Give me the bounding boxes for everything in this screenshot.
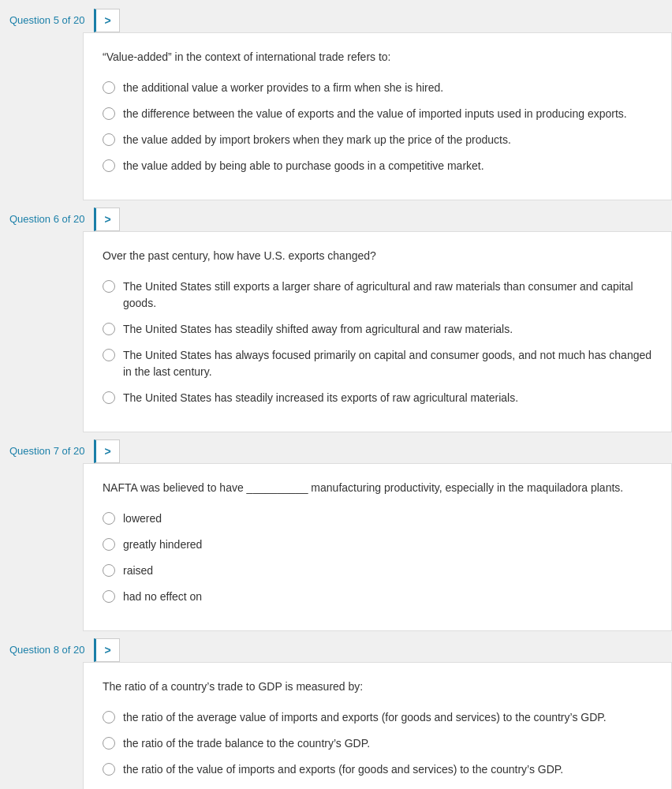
option-item-q6-1[interactable]: The United States has steadily shifted a… xyxy=(103,321,652,338)
question-text-q8: The ratio of a country’s trade to GDP is… xyxy=(103,679,652,695)
options-list-q7: loweredgreatly hinderedraisedhad no effe… xyxy=(103,510,652,605)
radio-icon-q5-2[interactable] xyxy=(103,133,115,146)
option-item-q7-2[interactable]: raised xyxy=(103,563,652,579)
radio-icon-q7-0[interactable] xyxy=(103,512,115,525)
question-content-q8: The ratio of a country’s trade to GDP is… xyxy=(83,662,672,789)
radio-icon-q6-3[interactable] xyxy=(103,391,115,404)
options-list-q5: the additional value a worker provides t… xyxy=(103,80,652,174)
options-list-q8: the ratio of the average value of import… xyxy=(103,709,652,789)
question-block-q6: Question 6 of 20>Over the past century, … xyxy=(0,207,672,432)
question-header-q5: Question 5 of 20> xyxy=(0,8,672,32)
question-expand-btn-q5[interactable]: > xyxy=(94,9,119,32)
option-text-q5-2: the value added by import brokers when t… xyxy=(123,132,511,148)
option-item-q8-2[interactable]: the ratio of the value of imports and ex… xyxy=(103,761,652,778)
option-text-q8-1: the ratio of the trade balance to the co… xyxy=(123,735,370,752)
question-text-q6: Over the past century, how have U.S. exp… xyxy=(103,248,652,264)
option-item-q5-1[interactable]: the difference between the value of expo… xyxy=(103,106,652,122)
quiz-page: Question 5 of 20>“Value-added” in the co… xyxy=(0,0,672,789)
question-text-q7: NAFTA was believed to have __________ ma… xyxy=(103,480,652,496)
option-item-q7-1[interactable]: greatly hindered xyxy=(103,537,652,553)
question-expand-btn-q7[interactable]: > xyxy=(94,439,119,463)
question-label-q6: Question 6 of 20 xyxy=(0,207,94,231)
option-text-q6-1: The United States has steadily shifted a… xyxy=(123,321,513,338)
radio-icon-q8-0[interactable] xyxy=(103,711,115,724)
option-item-q6-3[interactable]: The United States has steadily increased… xyxy=(103,390,652,406)
radio-icon-q8-1[interactable] xyxy=(103,737,115,750)
option-text-q5-0: the additional value a worker provides t… xyxy=(123,80,443,96)
option-item-q5-0[interactable]: the additional value a worker provides t… xyxy=(103,80,652,96)
option-text-q6-3: The United States has steadily increased… xyxy=(123,390,518,406)
question-label-q5: Question 5 of 20 xyxy=(0,8,94,32)
question-block-q5: Question 5 of 20>“Value-added” in the co… xyxy=(0,8,672,200)
radio-icon-q5-0[interactable] xyxy=(103,81,115,94)
radio-icon-q5-1[interactable] xyxy=(103,107,115,120)
radio-icon-q6-2[interactable] xyxy=(103,349,115,361)
question-block-q7: Question 7 of 20>NAFTA was believed to h… xyxy=(0,439,672,631)
option-item-q7-3[interactable]: had no effect on xyxy=(103,589,652,605)
question-content-q6: Over the past century, how have U.S. exp… xyxy=(83,231,672,432)
question-label-q8: Question 8 of 20 xyxy=(0,638,94,662)
option-item-q8-1[interactable]: the ratio of the trade balance to the co… xyxy=(103,735,652,752)
radio-icon-q6-1[interactable] xyxy=(103,323,115,335)
option-item-q5-2[interactable]: the value added by import brokers when t… xyxy=(103,132,652,148)
question-expand-btn-q6[interactable]: > xyxy=(94,208,119,231)
question-content-q5: “Value-added” in the context of internat… xyxy=(83,32,672,200)
question-label-q7: Question 7 of 20 xyxy=(0,439,94,463)
question-block-q8: Question 8 of 20>The ratio of a country’… xyxy=(0,638,672,789)
option-text-q6-0: The United States still exports a larger… xyxy=(123,279,652,312)
question-content-q7: NAFTA was believed to have __________ ma… xyxy=(83,463,672,631)
question-header-q8: Question 8 of 20> xyxy=(0,638,672,662)
option-text-q7-1: greatly hindered xyxy=(123,537,202,553)
option-text-q8-2: the ratio of the value of imports and ex… xyxy=(123,761,563,778)
radio-icon-q7-3[interactable] xyxy=(103,590,115,603)
option-item-q7-0[interactable]: lowered xyxy=(103,510,652,527)
option-text-q6-2: The United States has always focused pri… xyxy=(123,347,652,380)
option-item-q5-3[interactable]: the value added by being able to purchas… xyxy=(103,158,652,174)
question-expand-btn-q8[interactable]: > xyxy=(94,638,119,662)
question-text-q5: “Value-added” in the context of internat… xyxy=(103,49,652,65)
option-text-q7-2: raised xyxy=(123,563,153,579)
option-item-q8-0[interactable]: the ratio of the average value of import… xyxy=(103,709,652,726)
options-list-q6: The United States still exports a larger… xyxy=(103,279,652,406)
option-item-q6-2[interactable]: The United States has always focused pri… xyxy=(103,347,652,380)
question-header-q6: Question 6 of 20> xyxy=(0,207,672,231)
radio-icon-q6-0[interactable] xyxy=(103,280,115,293)
option-text-q7-3: had no effect on xyxy=(123,589,202,605)
option-text-q8-0: the ratio of the average value of import… xyxy=(123,709,607,726)
radio-icon-q5-3[interactable] xyxy=(103,159,115,172)
option-text-q7-0: lowered xyxy=(123,510,162,527)
option-text-q5-3: the value added by being able to purchas… xyxy=(123,158,484,174)
question-header-q7: Question 7 of 20> xyxy=(0,439,672,463)
radio-icon-q7-2[interactable] xyxy=(103,564,115,577)
option-text-q5-1: the difference between the value of expo… xyxy=(123,106,627,122)
option-item-q6-0[interactable]: The United States still exports a larger… xyxy=(103,279,652,312)
radio-icon-q7-1[interactable] xyxy=(103,538,115,551)
radio-icon-q8-2[interactable] xyxy=(103,763,115,776)
